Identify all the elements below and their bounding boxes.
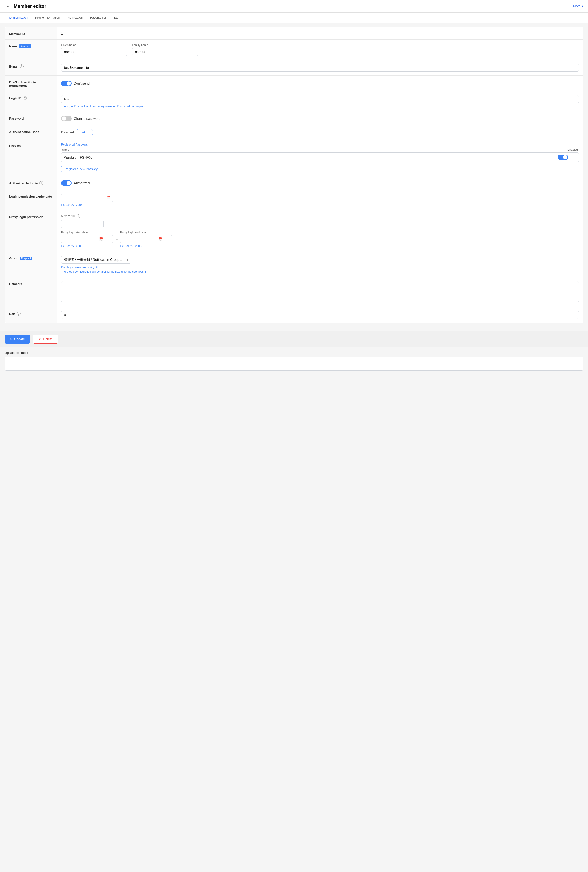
more-button[interactable]: More ▾ bbox=[573, 4, 583, 8]
dont-subscribe-row: Don't subscribe to notifications Don't s… bbox=[5, 76, 583, 92]
update-label: Update bbox=[14, 337, 25, 341]
group-required-badge: Required bbox=[20, 257, 32, 260]
email-input[interactable] bbox=[61, 63, 579, 72]
group-select-cell: 管理者 / 一般会員 / Notification Group 1 Displa… bbox=[57, 252, 583, 278]
name-required-badge: Required bbox=[19, 44, 32, 48]
update-comment-input[interactable] bbox=[5, 357, 583, 371]
proxy-inputs-cell: Member ID ? Proxy login start date 📅 Ex.… bbox=[57, 210, 583, 252]
passkey-toggle-slider bbox=[558, 155, 568, 160]
proxy-label: Proxy login permission bbox=[9, 215, 43, 219]
email-field-label: E-mail ? bbox=[9, 65, 52, 68]
update-comment-label: Update comment bbox=[5, 351, 583, 354]
register-passkey-button[interactable]: Register a new Passkey bbox=[61, 166, 101, 173]
proxy-start-date-wrap: 📅 bbox=[61, 235, 113, 243]
family-name-input[interactable] bbox=[132, 48, 198, 56]
authorized-label: Authorized to log in bbox=[9, 182, 38, 185]
group-label: Group bbox=[9, 257, 18, 260]
tab-id-information[interactable]: ID information bbox=[5, 12, 32, 23]
change-password-toggle[interactable] bbox=[61, 116, 72, 122]
tab-profile-information[interactable]: Profile information bbox=[32, 12, 64, 23]
authorized-toggle-wrap: Authorized bbox=[61, 180, 579, 186]
page-title: Member editor bbox=[14, 3, 46, 9]
name-inputs-cell: Given name Family name bbox=[57, 40, 583, 60]
password-label-cell: Password bbox=[5, 112, 57, 125]
member-id-value-cell: 1 bbox=[57, 27, 583, 40]
passkey-delete-icon[interactable]: 🗑 bbox=[572, 155, 576, 159]
auth-code-value: Disabled bbox=[61, 131, 74, 134]
passkey-header: name Enabled bbox=[61, 148, 579, 152]
email-label: E-mail bbox=[9, 65, 18, 68]
auth-row: Disabled Set up bbox=[61, 129, 579, 135]
remarks-label-cell: Remarks bbox=[5, 278, 57, 307]
auth-code-row: Authentication Code Disabled Set up bbox=[5, 125, 583, 139]
proxy-label-cell: Proxy login permission bbox=[5, 210, 57, 252]
group-select[interactable]: 管理者 / 一般会員 / Notification Group 1 bbox=[61, 256, 131, 264]
dont-subscribe-toggle-wrap: Don't send bbox=[61, 81, 579, 86]
proxy-start-label: Proxy login start date bbox=[61, 231, 113, 234]
login-id-helper: The login ID, email, and temporary membe… bbox=[61, 105, 579, 108]
update-icon: ↻ bbox=[10, 337, 13, 341]
sort-label: Sort bbox=[9, 312, 15, 316]
registered-passkeys-label: Registered Passkeys bbox=[61, 143, 579, 146]
more-label: More bbox=[573, 4, 580, 8]
authorized-field-label: Authorized to log in ? bbox=[9, 181, 52, 185]
group-field-label: Group Required bbox=[9, 257, 52, 260]
login-expiry-date-wrap: 📅 bbox=[61, 194, 113, 202]
passkey-enabled-toggle[interactable] bbox=[558, 155, 568, 160]
email-row: E-mail ? bbox=[5, 60, 583, 76]
given-name-input[interactable] bbox=[61, 48, 128, 56]
delete-button[interactable]: 🗑 Delete bbox=[33, 335, 58, 344]
login-id-row: Login ID ? The login ID, email, and temp… bbox=[5, 92, 583, 112]
external-link-icon: ↗ bbox=[95, 266, 98, 269]
login-expiry-input[interactable] bbox=[62, 194, 104, 201]
proxy-member-id-input[interactable] bbox=[61, 220, 104, 228]
login-expiry-label-cell: Login permission expiry date bbox=[5, 190, 57, 210]
tab-notification[interactable]: Notification bbox=[64, 12, 87, 23]
toggle-slider bbox=[61, 81, 72, 86]
group-label-cell: Group Required bbox=[5, 252, 57, 278]
update-button[interactable]: ↻ Update bbox=[5, 335, 30, 344]
given-name-label: Given name bbox=[61, 44, 128, 47]
tab-tag[interactable]: Tag bbox=[110, 12, 122, 23]
delete-label: Delete bbox=[43, 337, 52, 341]
family-name-label: Family name bbox=[132, 44, 198, 47]
sort-field-label: Sort ? bbox=[9, 312, 52, 316]
display-authority-link[interactable]: Display current authority ↗ bbox=[61, 266, 579, 269]
proxy-end-section: Proxy login end date 📅 Ex. Jan 27, 2005 bbox=[120, 231, 172, 248]
login-id-field-label: Login ID ? bbox=[9, 96, 52, 100]
proxy-start-input[interactable] bbox=[62, 235, 97, 243]
passkey-label-cell: Passkey bbox=[5, 139, 57, 177]
password-toggle-cell: Change password bbox=[57, 112, 583, 125]
proxy-end-label: Proxy login end date bbox=[120, 231, 172, 234]
proxy-end-calendar-icon[interactable]: 📅 bbox=[156, 235, 165, 243]
dont-subscribe-toggle[interactable] bbox=[61, 81, 72, 86]
change-password-label: Change password bbox=[74, 117, 100, 120]
authorized-toggle[interactable] bbox=[61, 180, 72, 186]
setup-button[interactable]: Set up bbox=[77, 129, 93, 135]
member-id-row: Member ID 1 bbox=[5, 27, 583, 40]
update-comment-section: Update comment bbox=[0, 347, 588, 376]
back-button[interactable]: ← bbox=[5, 3, 11, 9]
sort-input[interactable] bbox=[61, 311, 579, 319]
sort-label-cell: Sort ? bbox=[5, 307, 57, 323]
email-info-icon: ? bbox=[20, 65, 24, 68]
password-row: Password Change password bbox=[5, 112, 583, 125]
remarks-label: Remarks bbox=[9, 282, 22, 286]
tab-favorite-list[interactable]: Favorite list bbox=[87, 12, 110, 23]
name-input-row: Given name Family name bbox=[61, 44, 579, 56]
action-bar: ↻ Update 🗑 Delete bbox=[0, 330, 588, 347]
login-expiry-label: Login permission expiry date bbox=[9, 195, 52, 198]
auth-code-label-cell: Authentication Code bbox=[5, 125, 57, 139]
authorized-row: Authorized to log in ? Authorized bbox=[5, 177, 583, 190]
calendar-icon[interactable]: 📅 bbox=[104, 194, 113, 201]
sort-info-icon: ? bbox=[17, 312, 21, 316]
group-row: Group Required 管理者 / 一般会員 / Notification… bbox=[5, 252, 583, 278]
remarks-textarea[interactable] bbox=[61, 281, 579, 302]
date-range-tilde: ～ bbox=[115, 237, 118, 242]
proxy-end-input[interactable] bbox=[120, 235, 156, 243]
login-id-input[interactable] bbox=[61, 95, 579, 103]
proxy-start-calendar-icon[interactable]: 📅 bbox=[97, 235, 106, 243]
main-content: Member ID 1 Name Required Given name bbox=[0, 23, 588, 327]
proxy-member-id-info-icon: ? bbox=[76, 214, 80, 218]
passkey-section: Registered Passkeys name Enabled Passkey… bbox=[61, 143, 579, 173]
